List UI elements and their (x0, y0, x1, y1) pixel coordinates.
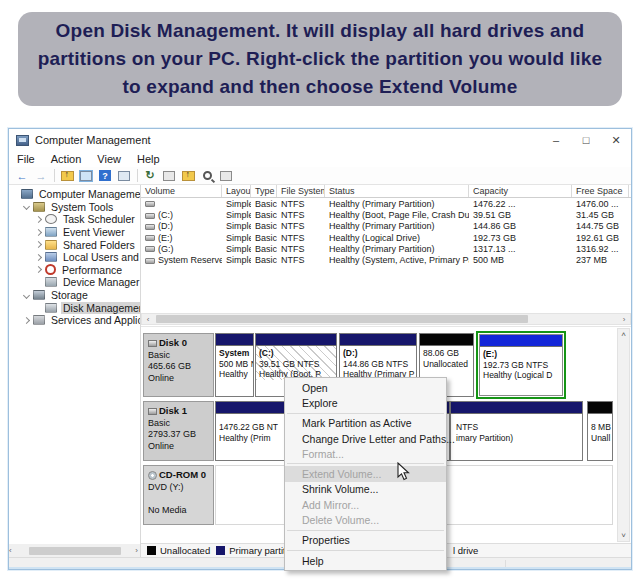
scroll-down-icon[interactable]: ˅ (618, 531, 629, 540)
title-bar[interactable]: Computer Management – □ ✕ (9, 129, 631, 151)
disk1-partition-unallocated[interactable]: 8 MB Unall (587, 401, 613, 461)
volume-row[interactable]: (E:)SimpleBasicNTFSHealthy (Logical Driv… (141, 232, 631, 243)
menu-file[interactable]: File (9, 153, 43, 165)
chevron-right-icon[interactable] (35, 216, 42, 223)
tree-item-label: Task Scheduler (61, 213, 137, 225)
search-icon[interactable] (198, 168, 216, 183)
tree-item-device-manager[interactable]: Device Manager (9, 276, 140, 289)
menu-item-help[interactable]: Help (285, 553, 446, 568)
menu-item-properties[interactable]: Properties (285, 533, 446, 548)
menu-view[interactable]: View (89, 153, 129, 165)
maximize-button[interactable]: □ (571, 130, 601, 150)
column-header-free-space[interactable]: Free Space (572, 185, 629, 197)
primary-partition-bar (451, 402, 582, 414)
cell-text: 1476.22 ... (473, 199, 516, 209)
disk0-label[interactable]: Disk 0 Basic 465.66 GB Online (143, 333, 214, 397)
windows-stack-icon[interactable] (217, 168, 235, 183)
scroll-right-icon[interactable]: › (618, 314, 630, 324)
back-icon[interactable]: ← (13, 168, 31, 183)
partition-size: 144.86 GB NTFS (343, 359, 408, 369)
volume-list-header[interactable]: VolumeLayoutTypeFile SystemStatusCapacit… (141, 185, 631, 198)
tree-item-storage[interactable]: Storage (9, 289, 140, 302)
tree-item-task-scheduler[interactable]: Task Scheduler (9, 213, 140, 226)
chevron-down-icon[interactable] (23, 203, 30, 210)
chevron-down-icon[interactable] (23, 292, 30, 299)
column-header-layout[interactable]: Layout (222, 185, 251, 197)
menu-item-format[interactable]: Format... (285, 446, 446, 461)
scroll-left-icon[interactable]: ‹ (142, 314, 154, 324)
tree-horizontal-scrollbar[interactable]: ‹ › (9, 544, 140, 557)
cell-text: 144.86 GB (473, 221, 516, 231)
chevron-right-icon[interactable] (35, 241, 42, 248)
chevron-right-icon[interactable] (23, 317, 30, 324)
chevron-right-icon[interactable] (35, 229, 42, 236)
tree-item-disk-management[interactable]: Disk Management (9, 301, 140, 314)
tree-item-local-users-and-groups[interactable]: Local Users and Groups (9, 251, 140, 264)
cell-type: Basic (251, 233, 277, 243)
volume-row[interactable]: (G:)SimpleBasicNTFSHealthy (Primary Part… (141, 243, 631, 254)
menu-item-extend-volume[interactable]: Extend Volume... (285, 466, 446, 481)
menu-item-open[interactable]: Open (285, 380, 446, 395)
tree-item-services-and-applications[interactable]: Services and Applications (9, 314, 140, 327)
close-button[interactable]: ✕ (601, 130, 631, 150)
export-list-icon[interactable] (160, 168, 178, 183)
disk1-label[interactable]: Disk 1 Basic 2793.37 GB Online (143, 401, 214, 461)
menu-action[interactable]: Action (43, 153, 90, 165)
instruction-banner: Open Disk Management. It will display al… (18, 12, 622, 106)
cell-text: NTFS (281, 221, 305, 231)
scroll-left-icon[interactable]: ‹ (9, 546, 12, 555)
column-header-status[interactable]: Status (325, 185, 469, 197)
show-console-tree-icon[interactable] (77, 168, 95, 183)
cdrom0-label[interactable]: CD-ROM 0 DVD (Y:) No Media (143, 465, 214, 525)
scrollbar-thumb[interactable] (29, 547, 121, 555)
partition-filesystem: NTFS (456, 422, 478, 432)
menu-item-explore[interactable]: Explore (285, 395, 446, 410)
menu-item-delete-volume[interactable]: Delete Volume... (285, 512, 446, 527)
volume-row[interactable]: SimpleBasicNTFSHealthy (Primary Partitio… (141, 198, 631, 209)
menu-item-mark-partition-as-active[interactable]: Mark Partition as Active (285, 416, 446, 431)
minimize-button[interactable]: – (541, 130, 571, 150)
column-header-type[interactable]: Type (251, 185, 277, 197)
help-icon[interactable]: ? (96, 168, 114, 183)
volume-row[interactable]: (D:)SimpleBasicNTFSHealthy (Primary Part… (141, 221, 631, 232)
scroll-up-icon[interactable]: ˄ (618, 330, 629, 339)
tree-item-event-viewer[interactable]: Event Viewer (9, 226, 140, 239)
column-header-capacity[interactable]: Capacity (469, 185, 572, 197)
tree-item-performance[interactable]: Performance (9, 264, 140, 277)
scrollbar-thumb[interactable] (156, 315, 528, 323)
cell-text: Basic (255, 233, 277, 243)
cell-text: 237 MB (576, 255, 607, 265)
volume-icon (145, 258, 155, 264)
chevron-right-icon[interactable] (35, 254, 42, 261)
cell-text: Healthy (Primary Partition) (329, 199, 435, 209)
forward-icon[interactable]: → (32, 168, 50, 183)
volume-row[interactable]: (C:)SimpleBasicNTFSHealthy (Boot, Page F… (141, 209, 631, 220)
console-window-icon[interactable] (115, 168, 133, 183)
menu-separator (287, 530, 444, 531)
partition-e-extended[interactable]: (E:) 192.73 GB NTFS Healthy (Logical D (476, 331, 566, 399)
up-level-folder-icon[interactable] (58, 168, 76, 183)
graphics-vertical-scrollbar[interactable]: ˄ ˅ (617, 328, 630, 542)
tree-item-shared-folders[interactable]: Shared Folders (9, 238, 140, 251)
cell-free: 237 MB (572, 255, 629, 265)
disk1-partition-2[interactable]: NTFS imary Partition) (450, 401, 583, 461)
menu-item-add-mirror[interactable]: Add Mirror... (285, 497, 446, 512)
volume-list-horizontal-scrollbar[interactable]: ‹ › (141, 313, 631, 325)
tree-item-system-tools[interactable]: System Tools (9, 201, 140, 214)
disk0-status: Online (148, 373, 174, 383)
partition-system[interactable]: System 500 MB N Healthy (215, 333, 254, 397)
legend-label: Unallocated (160, 545, 210, 556)
refresh-icon[interactable]: ↻ (141, 168, 159, 183)
volume-row[interactable]: System ReservedSimpleBasicNTFSHealthy (S… (141, 254, 631, 265)
volume-icon (145, 235, 155, 241)
cell-text: NTFS (281, 233, 305, 243)
column-header-volume[interactable]: Volume (141, 185, 222, 197)
menu-help[interactable]: Help (129, 153, 168, 165)
open-folder-icon[interactable] (179, 168, 197, 183)
menu-item-change-drive-letter-and-paths[interactable]: Change Drive Letter and Paths... (285, 431, 446, 446)
scroll-right-icon[interactable]: › (135, 546, 138, 555)
chevron-right-icon[interactable] (35, 266, 42, 273)
menu-item-shrink-volume[interactable]: Shrink Volume... (285, 482, 446, 497)
column-header-file-system[interactable]: File System (277, 185, 325, 197)
tree-item-computer-management-local[interactable]: Computer Management (Local (9, 188, 140, 201)
